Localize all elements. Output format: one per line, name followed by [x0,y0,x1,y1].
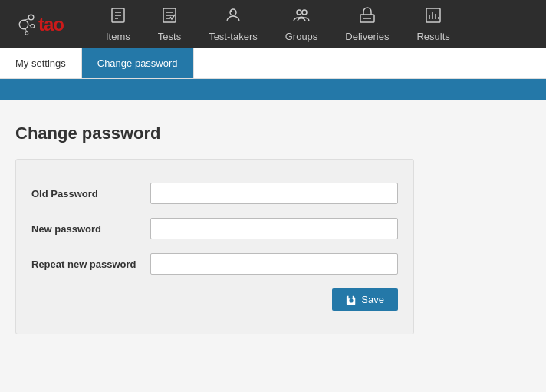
nav-item-items[interactable]: Items [92,0,144,48]
nav-test-takers-label: Test-takers [209,31,258,42]
deliveries-icon [358,6,377,28]
nav-item-test-takers[interactable]: Test-takers [195,0,271,48]
svg-line-4 [24,18,30,20]
subtabs-bar: My settings Change password [0,48,546,79]
save-icon [346,295,357,305]
nav-item-deliveries[interactable]: Deliveries [331,0,403,48]
page-title: Change password [15,124,531,143]
svg-point-15 [230,9,236,15]
nav-item-results[interactable]: Results [403,0,463,48]
old-password-row: Old Password [31,183,398,204]
tests-icon [160,6,179,28]
old-password-label: Old Password [31,188,150,199]
accent-bar [0,79,546,100]
svg-rect-21 [426,8,440,22]
svg-line-16 [231,11,232,12]
tab-my-settings[interactable]: My settings [0,48,82,78]
nav-items-container: Items Tests Test [92,0,464,48]
logo-red-part: tao [38,14,64,35]
nav-item-groups[interactable]: Groups [271,0,332,48]
top-navigation: tao Items [0,0,546,48]
old-password-input[interactable] [150,183,398,204]
repeat-password-input[interactable] [150,253,398,275]
groups-icon [292,6,311,28]
nav-items-label: Items [106,31,130,42]
svg-point-0 [19,20,28,28]
svg-point-17 [297,10,301,15]
change-password-form: Old Password New password Repeat new pas… [15,159,414,334]
form-actions: Save [31,288,398,311]
svg-point-2 [31,24,35,28]
nav-item-tests[interactable]: Tests [144,0,195,48]
results-icon [424,6,442,28]
new-password-input[interactable] [150,218,398,239]
nav-groups-label: Groups [285,31,318,42]
nav-results-label: Results [416,31,449,42]
save-label: Save [361,294,384,305]
svg-point-3 [25,31,28,35]
repeat-password-row: Repeat new password [31,253,398,275]
svg-point-18 [302,10,307,15]
new-password-label: New password [31,223,150,235]
page-content: Change password Old Password New passwor… [0,100,546,357]
repeat-password-label: Repeat new password [31,259,150,270]
save-button[interactable]: Save [332,288,398,311]
tab-change-password[interactable]: Change password [82,48,194,78]
nav-deliveries-label: Deliveries [345,31,389,42]
nav-tests-label: Tests [158,31,181,42]
test-takers-icon [224,6,242,28]
items-icon [109,6,127,28]
app-logo: tao [8,10,77,39]
new-password-row: New password [31,218,398,239]
